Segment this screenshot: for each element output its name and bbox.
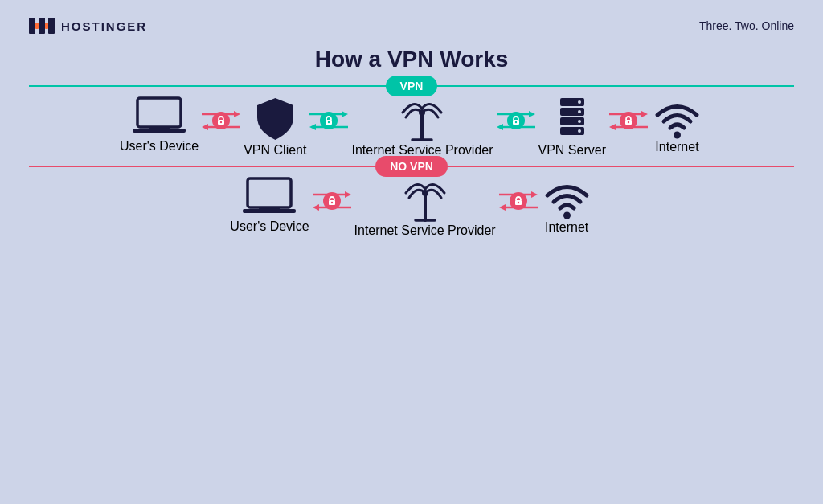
arrow-lock-red-novpn-1: [309, 186, 354, 215]
vpn-label-server: VPN Server: [538, 143, 606, 158]
svg-rect-1: [39, 18, 45, 34]
svg-marker-62: [531, 191, 538, 198]
novpn-label-laptop: User's Device: [230, 219, 309, 234]
novpn-item-wifi: Internet: [541, 175, 593, 235]
svg-point-60: [422, 190, 428, 196]
svg-rect-2: [48, 18, 55, 34]
logo-text: HOSTINGER: [61, 19, 147, 33]
novpn-section: NO VPN User's Device: [0, 166, 823, 238]
arrow-lock-red-1: [199, 106, 244, 135]
svg-marker-26: [529, 111, 535, 117]
arrow-lock-green-1: [306, 106, 351, 135]
svg-marker-52: [345, 191, 351, 198]
header: HOSTINGER Three. Two. Online: [0, 0, 823, 43]
server-icon: [554, 95, 591, 143]
svg-point-39: [578, 129, 581, 133]
antenna-icon-novpn: [401, 175, 449, 223]
novpn-flow-row: User's Device: [29, 175, 794, 238]
svg-point-67: [517, 202, 518, 203]
wifi-icon-novpn: [541, 175, 593, 220]
vpn-item-wifi: Internet: [651, 95, 703, 154]
svg-point-31: [514, 121, 516, 123]
vpn-badge: VPN: [386, 76, 438, 96]
shield-icon: [253, 95, 297, 143]
vpn-flow-row: User's Device VPN Client: [29, 95, 794, 158]
laptop-icon-novpn: [241, 175, 297, 219]
tagline: Three. Two. Online: [699, 19, 794, 32]
vpn-label-shield: VPN Client: [244, 143, 306, 158]
logo: HOSTINGER: [29, 14, 147, 37]
svg-marker-16: [342, 111, 348, 117]
vpn-section: VPN User's Device: [0, 85, 823, 158]
novpn-label-antenna: Internet Service Provider: [354, 223, 496, 238]
vpn-connector-1: [199, 106, 244, 135]
svg-rect-4: [45, 23, 48, 29]
wifi-icon-vpn: [651, 95, 703, 140]
antenna-icon: [398, 95, 446, 143]
svg-point-57: [330, 202, 332, 203]
svg-marker-18: [309, 124, 316, 130]
novpn-label-wifi: Internet: [545, 220, 588, 235]
svg-marker-54: [313, 204, 319, 211]
svg-rect-7: [149, 127, 170, 129]
vpn-item-shield: VPN Client: [244, 95, 306, 158]
svg-point-38: [578, 120, 581, 123]
svg-point-46: [628, 121, 629, 123]
svg-point-47: [674, 132, 681, 139]
arrow-lock-red-2: [606, 106, 651, 135]
vpn-item-server: VPN Server: [538, 95, 606, 158]
svg-marker-41: [641, 111, 648, 117]
svg-point-36: [578, 100, 581, 104]
novpn-connector-2: [496, 186, 541, 215]
svg-rect-50: [259, 207, 280, 210]
svg-rect-0: [29, 18, 35, 34]
svg-marker-9: [234, 111, 240, 117]
novpn-connector-1: [309, 186, 354, 215]
svg-rect-3: [35, 23, 39, 29]
vpn-label-laptop: User's Device: [120, 139, 199, 154]
novpn-item-antenna: Internet Service Provider: [354, 175, 496, 238]
novpn-badge: NO VPN: [375, 156, 448, 177]
vpn-connector-3: [493, 106, 538, 135]
vpn-label-wifi: Internet: [655, 140, 698, 154]
arrow-lock-red-novpn-2: [496, 186, 541, 215]
main-title: How a VPN Works: [0, 47, 823, 72]
svg-marker-11: [202, 124, 208, 130]
svg-marker-64: [499, 204, 506, 211]
hostinger-logo-icon: [29, 14, 55, 37]
arrow-lock-green-2: [493, 106, 538, 135]
vpn-connector-4: [606, 106, 651, 135]
svg-point-24: [419, 109, 425, 116]
vpn-connector-2: [306, 106, 351, 135]
vpn-item-antenna: Internet Service Provider: [351, 95, 493, 158]
svg-point-14: [220, 121, 222, 123]
svg-point-68: [563, 212, 571, 219]
vpn-divider: VPN: [29, 85, 794, 87]
svg-marker-43: [609, 124, 616, 130]
laptop-icon: [131, 95, 187, 139]
vpn-item-laptop: User's Device: [120, 95, 199, 154]
svg-rect-5: [137, 98, 181, 127]
svg-rect-48: [248, 178, 291, 207]
svg-marker-28: [497, 124, 503, 130]
svg-point-37: [578, 110, 581, 113]
novpn-item-laptop: User's Device: [230, 175, 309, 234]
svg-point-21: [328, 121, 330, 123]
novpn-divider: NO VPN: [29, 166, 794, 167]
